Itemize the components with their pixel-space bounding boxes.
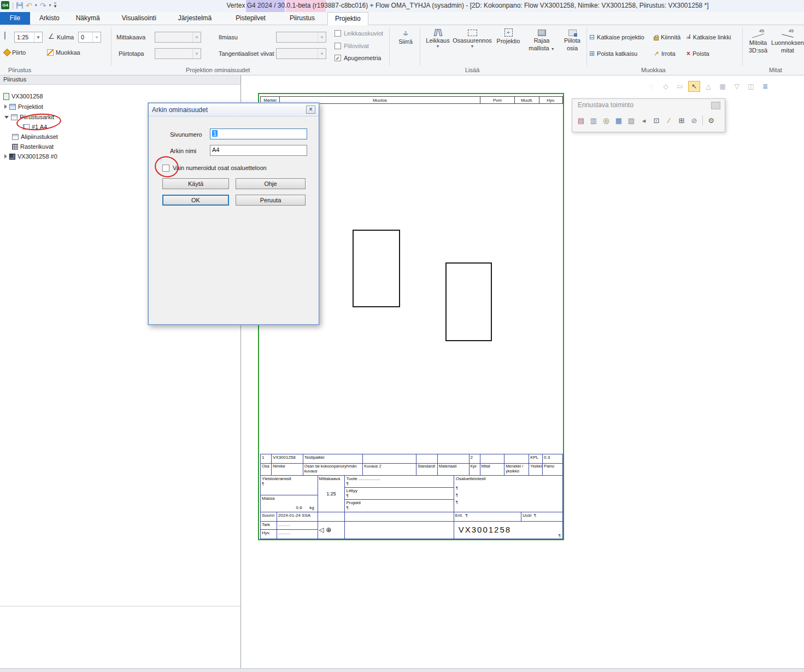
- tree-item-label: Rasterikuvat: [20, 143, 54, 150]
- checkbox-icon[interactable]: [334, 30, 341, 37]
- apugeometria-checkbox[interactable]: Apugeometria: [334, 55, 382, 61]
- checkbox-icon[interactable]: [334, 43, 341, 49]
- arkin-nimi-input[interactable]: A4: [210, 145, 307, 156]
- leikkaus-button[interactable]: Leikkaus ▼: [423, 28, 453, 65]
- tab-nakyma[interactable]: Näkymä: [69, 12, 107, 25]
- save-icon[interactable]: [16, 2, 23, 9]
- chevron-down-icon[interactable]: ▼: [34, 32, 42, 42]
- peruuta-button[interactable]: Peruuta: [236, 195, 306, 206]
- mittakaava-combo[interactable]: ▼: [155, 32, 201, 43]
- settings-gear-icon[interactable]: ⚙: [706, 114, 717, 126]
- tree-item-model[interactable]: VX3001258 #0: [4, 151, 57, 161]
- filter-icon[interactable]: ▽: [731, 81, 743, 92]
- app-icon[interactable]: G4: [1, 1, 9, 9]
- toolbar-options-button[interactable]: [711, 102, 720, 109]
- angle-icon: ∠: [48, 32, 55, 40]
- piirto-button[interactable]: Piirto: [4, 49, 26, 56]
- tangentiaaliset-combo[interactable]: ▼: [276, 48, 326, 59]
- osasuurennos-button[interactable]: Osasuurennos ▼: [452, 28, 492, 65]
- redo-icon[interactable]: ↷: [40, 2, 46, 9]
- insert-icon[interactable]: ⊞: [676, 114, 687, 126]
- tab-arkisto[interactable]: Arkisto: [32, 12, 67, 25]
- tab-pistepilvet[interactable]: Pistepilvet: [228, 12, 273, 25]
- katkaise-linkki-button[interactable]: ∞ Katkaise linkki: [686, 34, 731, 40]
- draw-line-icon[interactable]: ∕: [664, 114, 674, 126]
- close-icon[interactable]: ×: [306, 106, 315, 114]
- katkaise-projektio-button[interactable]: ⊟ Katkaise projektio: [589, 34, 644, 40]
- sivunumero-input[interactable]: 1: [210, 128, 307, 139]
- table-icon[interactable]: ▦: [613, 114, 624, 126]
- grid-icon[interactable]: ▦: [717, 81, 729, 92]
- ok-button[interactable]: OK: [162, 195, 229, 206]
- osnap-icon[interactable]: ◇: [660, 81, 672, 92]
- redo-dropdown-icon[interactable]: ▾: [49, 3, 51, 8]
- part-weight: 0.3: [543, 454, 562, 464]
- customize-qat-icon[interactable]: ▾: [54, 3, 57, 8]
- panel-divider[interactable]: [0, 606, 240, 606]
- pick-icon[interactable]: ◌: [645, 81, 658, 92]
- piirtotapa-combo[interactable]: ▼: [155, 48, 201, 59]
- collapse-icon[interactable]: [4, 116, 9, 119]
- irrota-label: Irrota: [661, 50, 676, 57]
- list-icon[interactable]: ≣: [759, 81, 771, 92]
- tree-item-projektiot[interactable]: Projektiot: [4, 102, 43, 112]
- tab-projektio[interactable]: Projektio: [327, 12, 368, 25]
- print-icon[interactable]: ▤: [576, 114, 586, 126]
- projektio-button[interactable]: + Projektio: [493, 28, 524, 65]
- print-preview-icon[interactable]: ▧: [626, 114, 637, 126]
- piiloviivat-checkbox[interactable]: Piiloviivat: [334, 43, 369, 49]
- triangle-snap-icon[interactable]: △: [702, 81, 714, 92]
- kiinnita-button[interactable]: Kiinnitä: [654, 34, 680, 40]
- tree-item-rasterikuvat[interactable]: Rasterikuvat: [12, 142, 54, 151]
- rajaa-mallista-button[interactable]: Rajaa mallista ▼: [526, 28, 557, 65]
- mitoita-3d-button[interactable]: 45 Mitoita 3D:ssä: [744, 28, 772, 65]
- part-rectangle-2[interactable]: [445, 262, 492, 341]
- tree-item-alipiirustukset[interactable]: Alipiirustukset: [12, 132, 58, 142]
- poista-button[interactable]: × Poista: [686, 50, 709, 57]
- piilota-osia-button[interactable]: Piilota osia: [559, 28, 586, 65]
- expand-icon[interactable]: [4, 104, 7, 109]
- projection-icon: +: [504, 28, 513, 37]
- irrota-button[interactable]: ↗ Irrota: [654, 50, 676, 57]
- disable-icon[interactable]: ⊘: [689, 114, 700, 126]
- apugeometria-label: Apugeometria: [344, 55, 382, 61]
- tab-jarjestelma[interactable]: Järjestelmä: [171, 12, 219, 25]
- chevron-down-icon[interactable]: ▼: [318, 32, 326, 42]
- muokkaa-button[interactable]: Muokkaa: [47, 49, 80, 56]
- dialog-titlebar[interactable]: Arkin ominaisuudet ×: [149, 103, 319, 116]
- crop-icon[interactable]: ⊡: [651, 114, 662, 126]
- region-icon[interactable]: ▭: [674, 81, 686, 92]
- ilmiasu-combo[interactable]: ▼: [276, 32, 326, 43]
- poista-katkaisu-button[interactable]: ⊞ Poista katkaisu: [589, 50, 637, 57]
- kayta-button[interactable]: Käytä: [162, 178, 229, 189]
- undo-icon[interactable]: ↶: [26, 2, 32, 9]
- dialog-title: Arkin ominaisuudet: [152, 106, 208, 114]
- previous-icon[interactable]: ◂: [638, 114, 649, 126]
- chevron-down-icon[interactable]: ▼: [192, 49, 201, 59]
- checkbox-checked-icon[interactable]: [334, 55, 341, 61]
- luonnoksen-mitat-button[interactable]: 45 Luonnoksen mitat: [772, 28, 803, 65]
- tab-piirustus[interactable]: Piirustus: [283, 12, 322, 25]
- undo-dropdown-icon[interactable]: ▾: [35, 3, 37, 8]
- zoom-icon[interactable]: ◎: [601, 114, 612, 126]
- drawing-canvas[interactable]: ◌ ◇ ▭ ↖ △ ▦ ▽ ◫ ≣ Merkki Muutos Pvm Muut…: [241, 75, 804, 668]
- tab-visualisointi[interactable]: Visualisointi: [115, 12, 163, 25]
- col-kuvaus: Osan tai kokoonpanoryhmän kuvaus: [303, 464, 363, 476]
- ohje-button[interactable]: Ohje: [236, 178, 306, 189]
- leikkauskuviot-checkbox[interactable]: Leikkauskuviot: [334, 30, 383, 37]
- siirra-button[interactable]: ↔↕ Siirrä: [392, 28, 419, 65]
- approval-row: Tark Hyv. .......... .......... ◁ ⊕ VX30…: [261, 522, 562, 539]
- kulma-combo[interactable]: 0▼: [78, 32, 101, 43]
- chevron-down-icon[interactable]: ▼: [318, 49, 326, 59]
- tab-file[interactable]: File: [0, 12, 30, 25]
- scale-combo[interactable]: 1:25▼: [14, 32, 43, 43]
- tree-item-root[interactable]: VX3001258: [3, 91, 43, 101]
- chevron-down-icon[interactable]: ▼: [92, 32, 101, 42]
- window-title: Vertex G4 2024 / 30.0.1-beta (r193887-c8…: [164, 2, 771, 9]
- expand-icon[interactable]: [4, 154, 7, 159]
- chevron-down-icon[interactable]: ▼: [192, 32, 201, 42]
- select-cursor-icon[interactable]: ↖: [688, 81, 700, 92]
- properties-icon[interactable]: ▥: [588, 114, 599, 126]
- part-rectangle-1[interactable]: [353, 230, 400, 307]
- layers-icon[interactable]: ◫: [745, 81, 757, 92]
